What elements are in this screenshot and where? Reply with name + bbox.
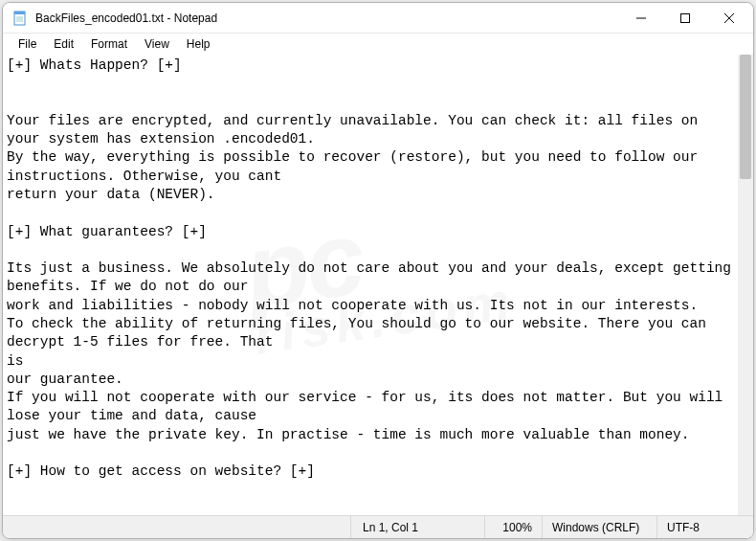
- svg-rect-6: [681, 13, 690, 22]
- scrollbar-thumb[interactable]: [740, 55, 751, 179]
- menu-edit[interactable]: Edit: [46, 35, 81, 53]
- content-area: [+] Whats Happen? [+] Your files are enc…: [3, 55, 753, 515]
- menu-view[interactable]: View: [137, 35, 177, 53]
- status-eol: Windows (CRLF): [543, 516, 657, 538]
- svg-rect-1: [14, 11, 25, 14]
- menu-format[interactable]: Format: [83, 35, 135, 53]
- window-controls: [619, 3, 751, 33]
- window-title: BackFiles_encoded01.txt - Notepad: [35, 11, 619, 25]
- notepad-icon: [12, 11, 28, 26]
- menu-help[interactable]: Help: [179, 35, 218, 53]
- menubar: File Edit Format View Help: [3, 34, 753, 55]
- minimize-button[interactable]: [619, 3, 663, 33]
- notepad-window: BackFiles_encoded01.txt - Notepad File E…: [2, 2, 754, 539]
- statusbar: Ln 1, Col 1 100% Windows (CRLF) UTF-8: [3, 515, 753, 538]
- vertical-scrollbar[interactable]: [738, 55, 753, 515]
- maximize-button[interactable]: [663, 3, 707, 33]
- close-button[interactable]: [707, 3, 751, 33]
- status-zoom: 100%: [485, 516, 543, 538]
- status-spacer: [3, 516, 351, 538]
- status-encoding: UTF-8: [657, 516, 753, 538]
- text-editor[interactable]: [+] Whats Happen? [+] Your files are enc…: [3, 55, 738, 515]
- menu-file[interactable]: File: [11, 35, 44, 53]
- status-lncol: Ln 1, Col 1: [351, 516, 485, 538]
- titlebar: BackFiles_encoded01.txt - Notepad: [3, 3, 753, 34]
